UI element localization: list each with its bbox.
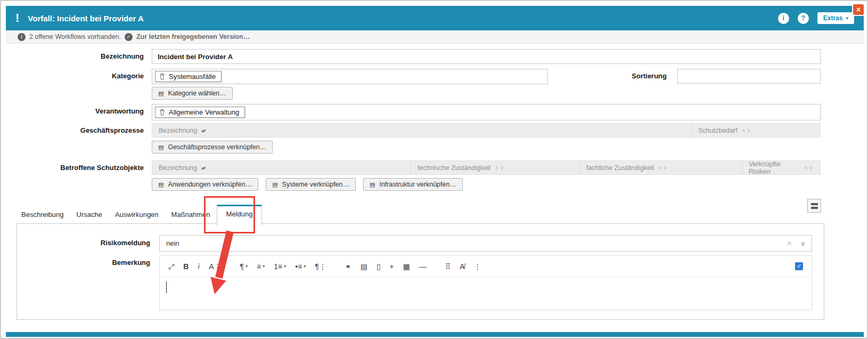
fullscreen-button[interactable]: ⤢ <box>168 263 174 270</box>
clear-formatting-icon: A̸ <box>460 263 464 270</box>
notice-bar: i 2 offene Workflows vorhanden. ✓ Zur le… <box>6 30 864 44</box>
column-header-verknuepfte-risiken[interactable]: Verknüpfte Risiken ∧∨ <box>742 161 820 174</box>
bold-icon: B <box>183 263 189 270</box>
schutzobjekte-label: Betroffene Schutzobjekte <box>13 164 144 172</box>
tab-beschreibung[interactable]: Beschreibung <box>15 206 70 225</box>
verantwortung-label: Verantwortung <box>13 107 144 115</box>
anwendungen-verknuepfen-button[interactable]: ▤ Anwendungen verknüpfen… <box>152 178 258 191</box>
info-icon[interactable]: i <box>778 13 789 24</box>
column-header-schutzbedarf[interactable]: Schutzbedarf ∧∨ <box>691 124 820 137</box>
view-toggle-button[interactable] <box>807 199 821 213</box>
paragraph-format-button[interactable]: ¶▾ <box>240 263 248 270</box>
column-label: Schutzbedarf <box>698 127 738 134</box>
text-cursor <box>166 281 167 293</box>
bold-button[interactable]: B <box>183 263 189 270</box>
kategorie-label: Kategorie <box>13 72 144 80</box>
insert-image-button[interactable]: ▤ <box>361 263 367 270</box>
caret-down-icon: ▾ <box>304 264 306 269</box>
geschaeftsprozesse-verknuepfen-label: Geschäftsprozesse verknüpfen… <box>168 143 266 151</box>
italic-button[interactable]: i <box>198 263 200 270</box>
caret-down-icon: ▾ <box>284 264 286 269</box>
caret-down-icon: ▾ <box>846 15 848 21</box>
close-button[interactable]: × <box>852 3 865 16</box>
verantwortung-chip[interactable]: Allgemeine Verwaltung <box>155 107 245 118</box>
tab-auswirkungen[interactable]: Auswirkungen <box>109 206 165 225</box>
column-header-bezeichnung[interactable]: Bezeichnung ▴▾ <box>152 124 691 137</box>
clear-formatting-button[interactable]: A̸ <box>460 263 464 270</box>
clear-icon[interactable]: × <box>787 239 792 248</box>
column-header-technische-zustaendigkeit[interactable]: technische Zuständigkeit ∧∨ <box>411 161 579 174</box>
insert-more-button[interactable]: + <box>390 263 394 270</box>
sort-icon[interactable]: ▴▾ <box>201 128 205 133</box>
ordered-list-icon: 1≡ <box>274 263 282 270</box>
more-misc-button[interactable]: ⋮ <box>474 263 481 270</box>
sort-icon[interactable]: ∧∨ <box>804 165 814 171</box>
verantwortung-field[interactable]: Allgemeine Verwaltung <box>152 104 821 120</box>
kategorie-waehlen-label: Kategorie wählen… <box>168 90 226 97</box>
sort-icon[interactable]: ∧∨ <box>495 165 505 171</box>
app-window: × ! Vorfall: Incident bei Provider A i ?… <box>0 0 868 339</box>
sort-icon[interactable]: ∧∨ <box>742 127 752 133</box>
editor-checkbox[interactable]: ✓ <box>795 262 803 270</box>
more-paragraph-button[interactable]: ¶⋮ <box>315 263 326 270</box>
list-icon: ▤ <box>158 182 163 188</box>
insert-link-button[interactable]: ⚭ <box>345 263 351 270</box>
sort-icon[interactable]: ∧∨ <box>658 165 668 171</box>
bezeichnung-input[interactable] <box>152 49 821 64</box>
geschaeftsprozesse-verknuepfen-button[interactable]: ▤ Geschäftsprozesse verknüpfen… <box>152 141 273 154</box>
page-title: Vorfall: Incident bei Provider A <box>28 14 144 23</box>
check-circle-icon: ✓ <box>125 33 133 41</box>
list-icon: ▤ <box>158 144 163 150</box>
sort-icon[interactable]: ▴▾ <box>201 165 205 171</box>
caret-down-icon: ▾ <box>263 264 265 269</box>
horizontal-line-icon: — <box>419 263 427 270</box>
sortierung-input[interactable] <box>677 69 821 84</box>
tab-meldung[interactable]: Meldung <box>217 205 263 225</box>
help-icon[interactable]: ? <box>798 13 809 24</box>
chevron-down-icon[interactable]: ∨ <box>800 240 805 247</box>
bemerkung-label: Bemerkung <box>28 259 150 267</box>
kategorie-waehlen-button[interactable]: ▤ Kategorie wählen… <box>152 87 233 100</box>
more-misc-icon: ⋮ <box>474 263 481 270</box>
bemerkung-editor: ⤢ B i A⋮ ¶▾ ≡▾ 1≡▾ •≡▾ ¶⋮ ⚭ ▤ ▯ + ▦ — ⠿ … <box>159 255 812 310</box>
verantwortung-chip-label: Allgemeine Verwaltung <box>169 108 239 116</box>
sortierung-label: Sortierung <box>582 72 667 80</box>
systeme-verknuepfen-label: Systeme verknüpfen… <box>282 181 349 188</box>
tab-massnahmen[interactable]: Maßnahmen <box>165 206 217 225</box>
geschaeftsprozesse-table-header: Bezeichnung ▴▾ Schutzbedarf ∧∨ <box>152 123 821 138</box>
infrastruktur-verknuepfen-button[interactable]: ▤ Infrastruktur verknüpfen… <box>363 178 463 191</box>
trash-icon[interactable] <box>159 109 165 116</box>
kategorie-field[interactable]: Systemausfälle <box>152 69 548 84</box>
horizontal-line-button[interactable]: — <box>419 263 427 270</box>
column-header-bezeichnung[interactable]: Bezeichnung ▴▾ <box>152 161 411 174</box>
bezeichnung-label: Bezeichnung <box>13 52 144 60</box>
unordered-list-button[interactable]: •≡▾ <box>295 263 306 270</box>
extras-label: Extras <box>823 14 843 22</box>
paragraph-icon: ¶ <box>240 263 244 270</box>
italic-icon: i <box>198 263 200 270</box>
editor-content[interactable] <box>160 277 812 310</box>
ordered-list-button[interactable]: 1≡▾ <box>274 263 286 270</box>
meldung-panel: Risikomeldung nein × ∨ Bemerkung ⤢ B i A… <box>17 223 824 320</box>
insert-file-button[interactable]: ▯ <box>376 263 381 270</box>
more-text-button[interactable]: A⋮ <box>209 263 221 270</box>
trash-icon[interactable] <box>159 73 165 80</box>
risikomeldung-select[interactable]: nein × ∨ <box>159 235 812 252</box>
special-characters-button[interactable]: ⠿ <box>445 263 451 270</box>
column-label: technische Zuständigkeit <box>417 164 491 172</box>
risikomeldung-label: Risikomeldung <box>28 239 150 247</box>
list-icon: ▤ <box>272 182 277 188</box>
align-button[interactable]: ≡▾ <box>257 263 265 270</box>
editor-checkbox-wrap: ✓ <box>795 262 803 270</box>
column-header-fachliche-zustaendigkeit[interactable]: fachliche Zuständigkeit ∧∨ <box>579 161 742 174</box>
more-paragraph-icon: ¶⋮ <box>315 263 326 270</box>
special-characters-icon: ⠿ <box>445 263 451 270</box>
tab-bar: Beschreibung Ursache Auswirkungen Maßnah… <box>15 205 262 225</box>
tab-ursache[interactable]: Ursache <box>70 206 109 225</box>
systeme-verknuepfen-button[interactable]: ▤ Systeme verknüpfen… <box>266 178 356 191</box>
extras-button[interactable]: Extras ▾ <box>817 12 854 24</box>
column-label: Bezeichnung <box>159 127 197 134</box>
version-link[interactable]: Zur letzten freigegebenen Version… <box>136 33 250 41</box>
insert-table-button[interactable]: ▦ <box>403 263 410 270</box>
kategorie-chip[interactable]: Systemausfälle <box>155 71 222 82</box>
